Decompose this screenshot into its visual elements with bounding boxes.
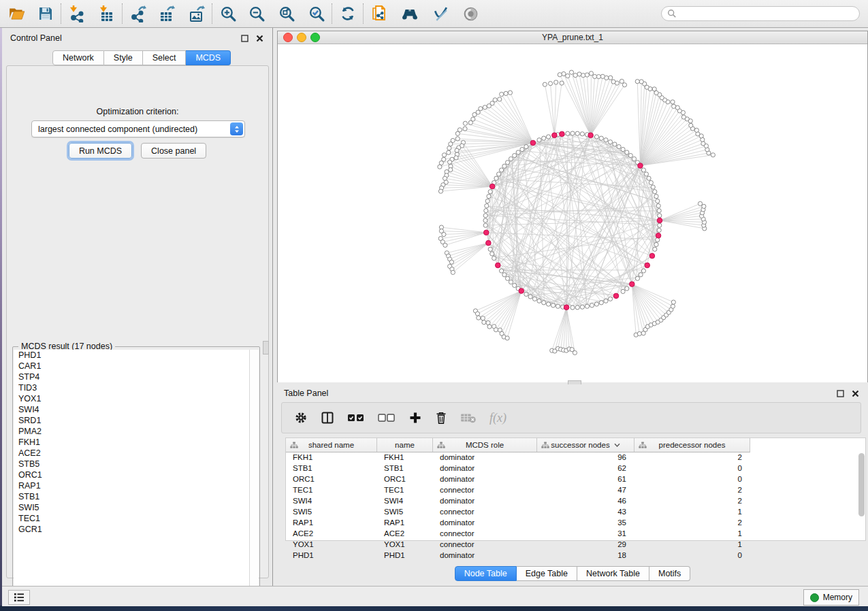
graph-node-selected[interactable] <box>552 133 558 138</box>
graph-node[interactable] <box>573 73 577 78</box>
graph-node[interactable] <box>573 350 577 354</box>
graph-node[interactable] <box>562 71 566 76</box>
table-row[interactable]: TEC1TEC1connector472 <box>286 484 865 495</box>
graph-node-selected[interactable] <box>645 263 650 268</box>
graph-node[interactable] <box>590 303 594 308</box>
table-row[interactable]: PHD1PHD1dominator180 <box>286 550 865 561</box>
graph-node[interactable] <box>649 180 653 184</box>
graph-node[interactable] <box>671 100 675 104</box>
graph-node[interactable] <box>653 190 657 194</box>
refresh-icon[interactable] <box>338 3 358 24</box>
search-box[interactable] <box>661 6 860 21</box>
graph-node[interactable] <box>447 150 451 154</box>
graph-node[interactable] <box>637 331 641 335</box>
graph-node[interactable] <box>657 209 661 213</box>
graph-node[interactable] <box>487 104 491 108</box>
settings-gear-icon[interactable] <box>294 411 308 425</box>
graph-node[interactable] <box>528 295 532 299</box>
search-binoculars-icon[interactable] <box>400 3 421 24</box>
graph-node[interactable] <box>621 289 625 293</box>
graph-node[interactable] <box>455 131 460 135</box>
tab-edge-table[interactable]: Edge Table <box>517 566 577 581</box>
graph-node-selected[interactable] <box>649 253 655 259</box>
graph-node[interactable] <box>556 304 560 308</box>
mcds-result-item[interactable]: STB5 <box>14 459 249 469</box>
graph-node-selected[interactable] <box>638 163 643 169</box>
graph-node-selected[interactable] <box>588 133 594 138</box>
graph-node[interactable] <box>484 209 488 213</box>
graph-node[interactable] <box>513 283 517 287</box>
graph-node[interactable] <box>644 172 648 176</box>
tab-motifs[interactable]: Motifs <box>649 566 690 581</box>
graph-node[interactable] <box>566 73 570 78</box>
graph-node[interactable] <box>455 148 459 152</box>
graph-node[interactable] <box>600 74 605 78</box>
graph-node[interactable] <box>443 176 447 180</box>
graph-node-selected[interactable] <box>657 218 662 223</box>
graph-node[interactable] <box>548 82 552 86</box>
graph-node-selected[interactable] <box>656 233 661 238</box>
graph-node[interactable] <box>599 136 603 140</box>
delete-column-icon[interactable] <box>435 411 447 425</box>
graph-node[interactable] <box>505 276 509 280</box>
tab-select[interactable]: Select <box>143 50 187 65</box>
run-mcds-button[interactable]: Run MCDS <box>69 143 132 159</box>
graph-node[interactable] <box>604 138 608 142</box>
graph-node[interactable] <box>702 204 706 208</box>
graph-node[interactable] <box>443 243 447 247</box>
graph-node-selected[interactable] <box>489 184 495 189</box>
graph-node[interactable] <box>701 142 705 146</box>
graph-node[interactable] <box>589 71 593 76</box>
graph-node[interactable] <box>654 242 658 246</box>
graph-node[interactable] <box>656 203 660 208</box>
graph-node[interactable] <box>658 223 662 227</box>
graph-node[interactable] <box>454 156 458 160</box>
graph-node[interactable] <box>447 146 451 150</box>
graph-node[interactable] <box>481 316 485 320</box>
graph-node[interactable] <box>498 97 502 101</box>
graph-node[interactable] <box>488 190 492 194</box>
graph-node[interactable] <box>455 137 460 141</box>
graph-node[interactable] <box>635 80 639 84</box>
graph-node[interactable] <box>524 145 528 149</box>
mcds-result-item[interactable]: SRD1 <box>14 415 249 426</box>
graph-node[interactable] <box>483 214 487 218</box>
graph-node[interactable] <box>609 76 613 80</box>
graph-node[interactable] <box>532 297 536 301</box>
graph-node[interactable] <box>485 203 489 208</box>
graph-node[interactable] <box>560 81 564 85</box>
mcds-result-item[interactable]: ACE2 <box>14 448 249 459</box>
graph-node[interactable] <box>594 302 598 306</box>
mcds-result-item[interactable]: RAP1 <box>14 480 249 491</box>
graph-node[interactable] <box>448 160 452 164</box>
mcds-result-list[interactable]: PHD1CAR1STP4TID3YOX1SWI4SRD1PMA2FKH1ACE2… <box>14 350 250 593</box>
graph-node[interactable] <box>463 121 467 125</box>
graph-node[interactable] <box>463 127 467 131</box>
mcds-result-item[interactable]: YOX1 <box>14 393 249 404</box>
graph-node[interactable] <box>711 153 715 157</box>
mcds-result-item[interactable]: CAR1 <box>14 361 249 371</box>
eye-icon[interactable] <box>460 3 481 24</box>
graph-node[interactable] <box>546 302 550 306</box>
graph-node[interactable] <box>625 286 629 291</box>
graph-node[interactable] <box>641 168 645 172</box>
graph-node[interactable] <box>585 304 589 308</box>
table-row[interactable]: ACE2ACE2connector311 <box>286 528 865 539</box>
graph-node[interactable] <box>554 80 558 84</box>
tab-mcds[interactable]: MCDS <box>186 50 231 65</box>
graph-node[interactable] <box>537 138 541 142</box>
graph-node[interactable] <box>492 256 496 260</box>
column-header-predecessor-nodes[interactable]: predecessor nodes <box>634 438 750 452</box>
graph-node[interactable] <box>611 80 615 84</box>
graph-node[interactable] <box>442 232 446 236</box>
graph-node[interactable] <box>502 164 507 168</box>
graph-node[interactable] <box>585 73 589 77</box>
graphics-details-icon[interactable] <box>430 3 451 24</box>
graph-node[interactable] <box>575 131 579 135</box>
graph-node[interactable] <box>596 75 600 79</box>
search-input[interactable] <box>679 7 859 20</box>
graph-node[interactable] <box>442 153 446 157</box>
graph-node[interactable] <box>632 156 636 161</box>
graph-node-selected[interactable] <box>629 282 634 287</box>
graph-node[interactable] <box>580 305 584 309</box>
